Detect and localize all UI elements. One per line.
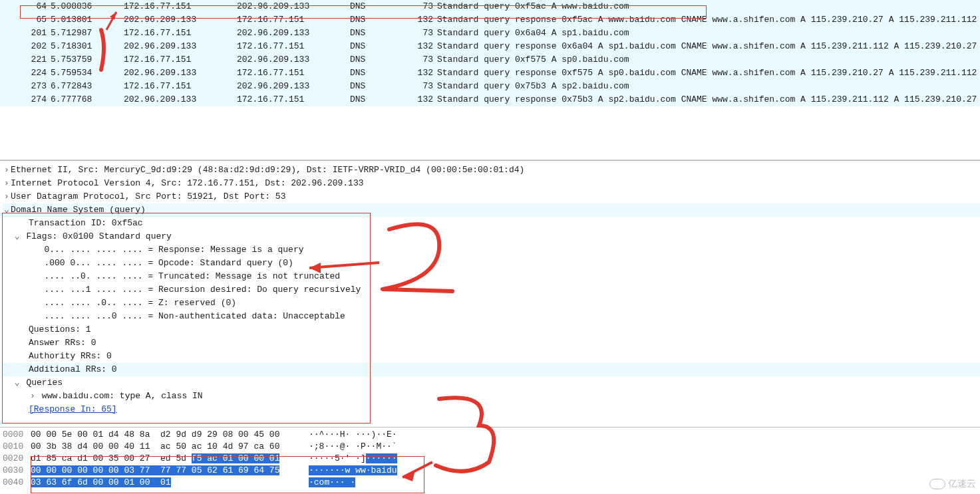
col-destination: 202.96.209.133 [237, 27, 350, 40]
hex-ascii-selected: ······ [366, 453, 397, 463]
hex-bytes: 00 3b 38 d4 00 00 40 11 ac 50 ac 10 4d 9… [31, 441, 303, 453]
packet-row[interactable]: 2736.772843172.16.77.151202.96.209.133DN… [0, 80, 980, 93]
tree-udp[interactable]: ›User Datagram Protocol, Src Port: 51921… [3, 190, 980, 203]
hex-offset: 0020 [0, 453, 31, 465]
tree-dns-txid[interactable]: Transaction ID: 0xf5ac [3, 217, 980, 230]
tree-dns-flag[interactable]: .... .... .0.. .... = Z: reserved (0) [3, 297, 980, 310]
packet-details-pane[interactable]: ›Ethernet II, Src: MercuryC_9d:d9:29 (48… [0, 160, 980, 427]
tree-label: 0... .... .... .... = Response: Message … [44, 245, 303, 255]
tree-label: Flags: 0x0100 Standard query [26, 231, 171, 241]
col-no: 274 [0, 93, 51, 106]
col-protocol: DNS [350, 93, 393, 106]
col-length: 73 [393, 27, 437, 40]
tree-label: www.baidu.com: type A, class IN [42, 391, 203, 401]
tree-label: .... ...1 .... .... = Recursion desired:… [44, 285, 361, 295]
col-no: 221 [0, 53, 51, 66]
hex-ascii: ··^···H· ···)··E· [303, 429, 397, 441]
packet-row[interactable]: 2245.759534202.96.209.133172.16.77.151DN… [0, 66, 980, 80]
packet-list[interactable]: 645.008836172.16.77.151202.96.209.133DNS… [0, 0, 980, 106]
packet-row[interactable]: 2746.777768202.96.209.133172.16.77.151DN… [0, 93, 980, 106]
col-info: Standard query response 0x75b3 A sp2.bai… [437, 93, 980, 106]
packet-row[interactable]: 655.013801202.96.209.133172.16.77.151DNS… [0, 13, 980, 27]
tree-dns-flag[interactable]: .... .... ...0 .... = Non-authenticated … [3, 310, 980, 323]
col-length: 73 [393, 53, 437, 66]
response-link[interactable]: [Response In: 65] [29, 404, 117, 414]
packet-row[interactable]: 2025.718301202.96.209.133172.16.77.151DN… [0, 40, 980, 53]
col-time: 5.718301 [51, 40, 124, 53]
tree-ethernet[interactable]: ›Ethernet II, Src: MercuryC_9d:d9:29 (48… [3, 164, 980, 177]
col-no: 65 [0, 13, 51, 27]
hex-ascii-selected: ·······w ww·baidu [309, 465, 397, 475]
col-protocol: DNS [350, 0, 393, 13]
col-destination: 202.96.209.133 [237, 53, 350, 66]
tree-label: Queries [26, 378, 63, 388]
tree-label: .... .... ...0 .... = Non-authenticated … [44, 311, 345, 321]
col-time: 5.712987 [51, 27, 124, 40]
col-time: 5.008836 [51, 0, 124, 13]
tree-dns-flag[interactable]: .... ..0. .... .... = Truncated: Message… [3, 270, 980, 283]
tree-dns-flag[interactable]: .... ...1 .... .... = Recursion desired:… [3, 283, 980, 297]
cloud-icon [929, 479, 945, 489]
tree-dns-additional[interactable]: Additional RRs: 0 [3, 363, 980, 376]
hex-row[interactable]: 000000 00 5e 00 01 d4 48 8a d2 9d d9 29 … [0, 429, 980, 441]
hex-row[interactable]: 0020d1 85 ca d1 00 35 00 27 ed 5d f5 ac … [0, 453, 980, 465]
hex-offset: 0000 [0, 429, 31, 441]
packet-row[interactable]: 2015.712987172.16.77.151202.96.209.133DN… [0, 27, 980, 40]
col-destination: 172.16.77.151 [237, 13, 350, 27]
hex-bytes: 00 00 00 00 00 00 03 77 77 77 05 62 61 6… [31, 465, 303, 477]
tree-dns-authority[interactable]: Authority RRs: 0 [3, 350, 980, 363]
hex-row[interactable]: 003000 00 00 00 00 00 03 77 77 77 05 62 … [0, 465, 980, 477]
hex-ascii: ·······w ww·baidu [303, 465, 397, 477]
packet-row[interactable]: 645.008836172.16.77.151202.96.209.133DNS… [0, 0, 980, 13]
packet-row[interactable]: 2215.753759172.16.77.151202.96.209.133DN… [0, 53, 980, 66]
hex-row[interactable]: 004003 63 6f 6d 00 00 01 00 01·com··· · [0, 477, 980, 489]
col-protocol: DNS [350, 53, 393, 66]
tree-dns-flag[interactable]: 0... .... .... .... = Response: Message … [3, 243, 980, 257]
col-info: Standard query 0xf5ac A www.baidu.com [437, 0, 980, 13]
watermark-text: 亿速云 [948, 478, 976, 490]
tree-dns-query-item[interactable]: › www.baidu.com: type A, class IN [3, 390, 980, 403]
tree-dns-flags[interactable]: ⌄ Flags: 0x0100 Standard query [3, 230, 980, 243]
tree-label: .... .... .0.. .... = Z: reserved (0) [44, 298, 236, 308]
tree-label: Ethernet II, Src: MercuryC_9d:d9:29 (48:… [11, 165, 524, 175]
tree-dns-answer[interactable]: Answer RRs: 0 [3, 336, 980, 350]
hex-ascii-text: ··^···H· ···)··E· [309, 430, 397, 439]
col-info: Standard query 0x75b3 A sp2.baidu.com [437, 80, 980, 93]
hex-bytes: 03 63 6f 6d 00 00 01 00 01 [31, 477, 303, 489]
col-length: 132 [393, 40, 437, 53]
tree-ip[interactable]: ›Internet Protocol Version 4, Src: 172.1… [3, 177, 980, 190]
tree-dns-questions[interactable]: Questions: 1 [3, 323, 980, 336]
col-protocol: DNS [350, 66, 393, 80]
col-time: 6.777768 [51, 93, 124, 106]
hex-bytes-selected: f5 ac 01 00 00 01 [192, 453, 280, 463]
hex-bytes-group: ed 5d [155, 453, 192, 463]
col-source: 202.96.209.133 [124, 40, 237, 53]
hex-ascii: ·;8···@· ·P··M··` [303, 441, 397, 453]
col-destination: 172.16.77.151 [237, 93, 350, 106]
col-source: 172.16.77.151 [124, 53, 237, 66]
tree-dns-queries[interactable]: ⌄ Queries [3, 376, 980, 390]
col-protocol: DNS [350, 40, 393, 53]
tree-label: User Datagram Protocol, Src Port: 51921,… [11, 191, 285, 201]
tree-dns-response-in[interactable]: [Response In: 65] [3, 403, 980, 416]
tree-label: Authority RRs: 0 [29, 351, 112, 361]
tree-dns[interactable]: ⌄Domain Name System (query) [3, 203, 980, 217]
hex-ascii: ·com··· · [303, 477, 355, 489]
tree-label: .000 0... .... .... = Opcode: Standard q… [44, 258, 293, 268]
hex-bytes-selected: 03 63 6f 6d 00 00 01 00 01 [31, 477, 171, 487]
tree-dns-flag[interactable]: .000 0... .... .... = Opcode: Standard q… [3, 257, 980, 270]
tree-label: Transaction ID: 0xf5ac [29, 218, 143, 228]
tree-label: Additional RRs: 0 [29, 364, 117, 374]
hex-bytes-group: ac 50 ac 10 4d 97 ca 60 [155, 441, 279, 451]
tree-label: Questions: 1 [29, 324, 91, 334]
hex-row[interactable]: 001000 3b 38 d4 00 00 40 11 ac 50 ac 10 … [0, 441, 980, 453]
hex-ascii-selected: ·com··· · [309, 477, 355, 487]
hex-bytes: 00 00 5e 00 01 d4 48 8a d2 9d d9 29 08 0… [31, 429, 303, 441]
col-time: 5.753759 [51, 53, 124, 66]
col-length: 132 [393, 93, 437, 106]
hex-ascii-text: ·····5·' ·] [309, 453, 366, 463]
hex-dump-pane[interactable]: 000000 00 5e 00 01 d4 48 8a d2 9d d9 29 … [0, 427, 980, 489]
tree-label: Answer RRs: 0 [29, 338, 96, 348]
col-info: Standard query response 0xf5ac A www.bai… [437, 13, 980, 27]
col-length: 132 [393, 13, 437, 27]
